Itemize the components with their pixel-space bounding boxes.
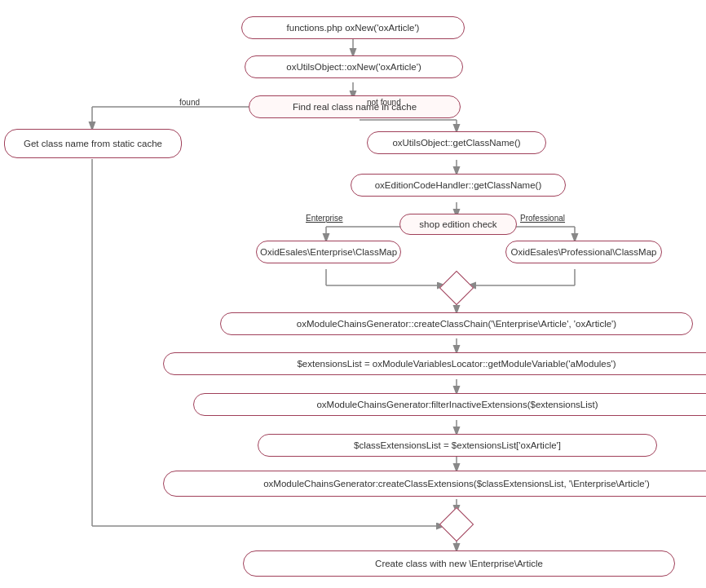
node-extensions-list: $extensionsList = oxModuleVariablesLocat… (163, 352, 706, 375)
node-create-class-chain: oxModuleChainsGenerator::createClassChai… (220, 312, 693, 335)
label-professional: Professional (520, 214, 565, 223)
node-oxutils-getclassname: oxUtilsObject::getClassName() (367, 131, 546, 154)
node-oxeditioncodehandler: oxEditionCodeHandler::getClassName() (351, 174, 566, 197)
node-get-class-static-cache: Get class name from static cache (4, 129, 182, 158)
label-enterprise: Enterprise (306, 214, 343, 223)
node-create-class: Create class with new \Enterprise\Articl… (243, 550, 675, 577)
node-create-class-extensions: oxModuleChainsGenerator:createClassExten… (163, 471, 706, 497)
node-class-extensions-list: $classExtensionsList = $extensionsList['… (258, 434, 657, 457)
arrows-svg (0, 0, 706, 588)
node-find-real-class: Find real class name in cache (249, 95, 461, 118)
node-functions-php: functions.php oxNew('oxArticle') (241, 16, 465, 39)
diagram-container: functions.php oxNew('oxArticle') oxUtils… (0, 0, 706, 588)
node-professional-classmap: OxidEsales\Professional\ClassMap (505, 241, 662, 263)
node-enterprise-classmap: OxidEsales\Enterprise\ClassMap (256, 241, 401, 263)
node-filter-inactive: oxModuleChainsGenerator:filterInactiveEx… (193, 393, 706, 416)
label-found: found (179, 98, 200, 107)
node-oxutils-oxnew: oxUtilsObject::oxNew('oxArticle') (245, 55, 463, 78)
label-not-found: not found (367, 98, 401, 107)
node-shop-edition-check: shop edition check (399, 214, 517, 235)
